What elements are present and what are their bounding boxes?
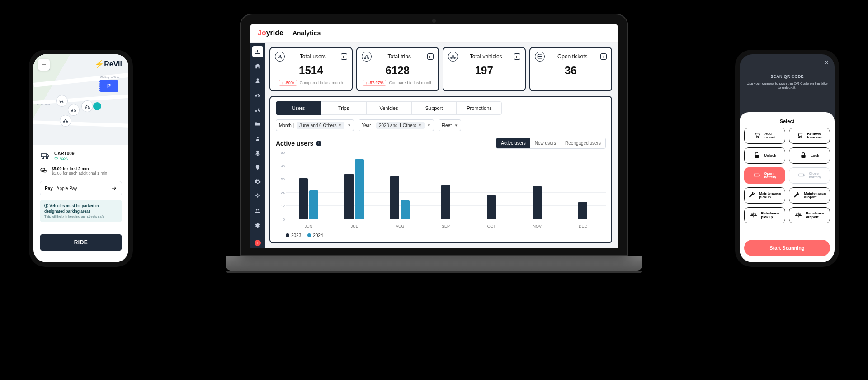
bar[interactable] (401, 200, 410, 219)
unlock-icon (753, 152, 760, 160)
payment-method-row[interactable]: Pay Apple Pay (40, 181, 122, 195)
svg-point-31 (759, 137, 760, 138)
vehicle-pin-bike[interactable] (60, 115, 71, 127)
sidebar-icon-scooter[interactable] (252, 104, 263, 115)
action-rebalance-pickup[interactable]: Rebalancepickup (744, 207, 785, 223)
laptop-device: Joyride Analytics (240, 14, 628, 271)
sidebar-icon-ai[interactable] (252, 191, 263, 202)
action-unlock[interactable]: Unlock (744, 147, 785, 164)
action-rebalance-dropoff[interactable]: Rebalancedropoff (789, 207, 830, 223)
map-view[interactable]: King St W Wellington St W Front St W ⚡Re… (33, 54, 128, 145)
sidebar-icon-gear[interactable] (252, 176, 263, 187)
vehicle-pin-bike[interactable] (68, 104, 80, 116)
filter-fleet[interactable]: Fleet ▼ (439, 119, 461, 131)
bar[interactable] (578, 202, 587, 219)
bar[interactable] (344, 174, 354, 219)
bar[interactable] (441, 185, 450, 219)
kpi-title: Total vehicles (462, 53, 510, 60)
tab-users[interactable]: Users (276, 101, 321, 115)
arrow-right-icon (111, 185, 117, 191)
bar-group (331, 152, 377, 219)
vehicle-pin-bike[interactable] (81, 100, 93, 112)
svg-point-17 (62, 102, 63, 103)
action-maintenance-dropoff[interactable]: Maintenancedropoff (789, 187, 830, 204)
y-tick: 12 (281, 204, 285, 208)
segment-option[interactable]: Reengaged users (561, 138, 605, 148)
menu-button[interactable] (38, 59, 50, 71)
filter-year[interactable]: Year | 2023 and 1 Others✕ ▼ (359, 119, 434, 131)
chip-remove-icon[interactable]: ✕ (418, 123, 422, 128)
sidebar-icon-folder[interactable] (252, 119, 263, 129)
bar[interactable] (299, 178, 308, 219)
tab-vehicles[interactable]: Vehicles (366, 101, 411, 115)
action-add-to-cart[interactable]: Addto cart (744, 128, 785, 144)
sidebar-icon-bike[interactable] (252, 90, 263, 100)
svg-point-25 (42, 157, 44, 159)
bar-group (423, 152, 468, 219)
kpi-card: Total trips ▸ 6128 ↓ -57.97%Compared to … (356, 47, 439, 91)
action-label: Maintenancedropoff (804, 192, 826, 200)
sidebar: 1 (250, 43, 265, 248)
sidebar-icon-settings[interactable] (252, 220, 263, 231)
action-remove-from-cart[interactable]: Removefrom cart (789, 128, 830, 144)
action-maintenance-pickup[interactable]: Maintenancepickup (744, 187, 785, 204)
tab-trips[interactable]: Trips (321, 101, 366, 115)
laptop-screen: Joyride Analytics (240, 14, 628, 256)
kpi-expand-button[interactable]: ▸ (427, 53, 434, 60)
action-label: Rebalancedropoff (806, 212, 824, 219)
x-tick: SEP (423, 224, 468, 228)
svg-rect-35 (801, 155, 805, 158)
kpi-expand-button[interactable]: ▸ (514, 53, 520, 60)
tab-support[interactable]: Support (411, 101, 457, 115)
sidebar-icon-layers[interactable] (252, 147, 263, 158)
tab-promotions[interactable]: Promotions (457, 101, 502, 115)
kpi-title: Open tickets (548, 53, 597, 60)
sidebar-icon-team[interactable] (252, 205, 263, 216)
bar[interactable] (533, 186, 542, 219)
parking-zone-badge[interactable]: P (99, 80, 118, 92)
info-icon[interactable]: i (316, 141, 321, 146)
kpi-expand-button[interactable]: ▸ (600, 53, 607, 60)
sidebar-icon-geo[interactable] (252, 162, 263, 173)
action-lock[interactable]: Lock (789, 147, 830, 164)
kpi-title: Total users (288, 53, 337, 60)
segment-option[interactable]: Active users (496, 138, 530, 148)
dashboard-content: Total users ▸ 1514 ↓ -50%Compared to las… (265, 43, 618, 248)
action-open-battery[interactable]: Openbattery (744, 167, 785, 184)
segment-option[interactable]: New users (530, 138, 561, 148)
start-scanning-button[interactable]: Start Scanning (744, 240, 830, 256)
sidebar-icon-org[interactable] (252, 61, 263, 71)
x-tick: OCT (469, 224, 514, 228)
bar[interactable] (309, 190, 318, 219)
apple-pay-logo: Pay (45, 186, 53, 191)
sidebar-icon-admin[interactable] (252, 133, 263, 144)
legend-item: 2023 (286, 233, 301, 238)
chart-header: Active users i Active usersNew usersReen… (270, 136, 611, 151)
sidebar-icon-analytics[interactable] (252, 46, 263, 57)
phone-rider-device: King St W Wellington St W Front St W ⚡Re… (29, 50, 133, 267)
bar[interactable] (355, 159, 364, 219)
sidebar-icon-user[interactable] (252, 75, 263, 86)
kpi-icon (448, 52, 458, 62)
sidebar-notif-badge[interactable]: 1 (255, 240, 261, 246)
y-tick: 60 (281, 151, 285, 155)
vehicle-pin-cart[interactable] (56, 95, 68, 107)
kpi-expand-button[interactable]: ▸ (341, 53, 347, 60)
bar[interactable] (390, 176, 399, 219)
kpi-icon (535, 52, 545, 62)
action-label: Closebattery (809, 172, 821, 180)
chart-legend: 20232024 (270, 229, 611, 238)
close-icon[interactable]: ✕ (824, 59, 829, 66)
chip-remove-icon[interactable]: ✕ (338, 123, 342, 128)
parking-notice: ⓘ Vehicles must be parked in designated … (40, 200, 122, 222)
wrench-icon (748, 191, 755, 200)
svg-point-18 (71, 110, 73, 112)
svg-point-3 (255, 110, 256, 111)
ride-button[interactable]: RIDE (40, 234, 122, 251)
kpi-delta-chip: ↓ -57.97% (363, 80, 387, 86)
scan-subtitle: Use your camera to scan the QR Code on t… (740, 81, 835, 90)
brand-logo: Joyride (258, 29, 283, 37)
filter-month[interactable]: Month | June and 6 Others✕ ▼ (276, 119, 354, 131)
battery-level: 62% (54, 156, 74, 161)
bar[interactable] (487, 195, 496, 219)
